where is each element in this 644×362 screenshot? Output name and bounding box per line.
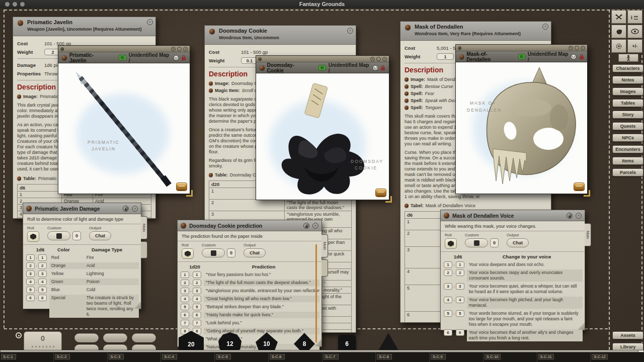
image-canvas[interactable]: Prismatic Javelin [58, 63, 190, 194]
chat-button[interactable]: Chat [507, 238, 529, 247]
hotbar-scroll-thumb[interactable] [638, 350, 644, 352]
table-row[interactable]: 5-5BlueCold [23, 286, 141, 294]
modifier-stone[interactable] [103, 333, 127, 342]
item-titlebar[interactable]: Doomsday Cookie Wondrous Item, Uncommon … [205, 26, 356, 45]
roll-die-button[interactable] [182, 248, 194, 259]
hotkey-slot[interactable]: S-C-12 [590, 352, 644, 362]
close-icon[interactable]: × [542, 24, 548, 30]
image-window-strip[interactable]: ✎ × [58, 46, 190, 52]
close-icon[interactable]: × [576, 213, 582, 219]
roll-die-button[interactable] [27, 231, 39, 242]
pencil-icon[interactable]: ✎ [569, 46, 573, 50]
id-badge[interactable]: ID [119, 55, 126, 60]
image-window-prismatic-javelin[interactable]: ✎ × Prismatic-Javelin ID Unidentified Ma… [58, 45, 190, 194]
hotkey-slot[interactable]: S-C-2 [53, 352, 107, 362]
face-icon[interactable] [571, 54, 576, 60]
custom-value-field[interactable]: 0 [227, 248, 235, 257]
sidebar-item-items[interactable]: Items [612, 157, 643, 165]
custom-value-field[interactable]: 0 [72, 231, 81, 240]
slider-knob[interactable] [474, 240, 479, 246]
table-row[interactable]: 3-3Your voice becomes quiet, almost a wh… [441, 282, 585, 296]
item-titlebar[interactable]: Mask of Dendallen Wondrous Item, Very Ra… [400, 22, 551, 41]
sidebar-item-images[interactable]: Images [612, 87, 643, 96]
face-icon[interactable] [372, 65, 378, 71]
id-badge[interactable]: ID [318, 65, 326, 70]
lock-icon[interactable] [567, 213, 573, 219]
record-orb-icon[interactable] [459, 54, 464, 59]
image-toolbar[interactable]: Mask-of-Dendallen ID Unidentified Map / [456, 51, 587, 62]
close-icon[interactable]: × [147, 19, 153, 25]
image-toolbar[interactable]: Doomsday-Cookie ID Unidentified Map / [256, 62, 389, 73]
hotkey-slot[interactable]: S-C-1 [0, 352, 53, 362]
hotkey-slot[interactable]: S-C-3 [107, 352, 161, 362]
hotkey-slot[interactable]: S-C-10 [483, 352, 537, 362]
sidebar-item-encounters[interactable]: Encounters [612, 145, 643, 153]
lock-icon[interactable] [579, 54, 584, 60]
tab-main[interactable]: Main [585, 223, 591, 246]
modifiers-icon[interactable]: +/- [627, 39, 642, 53]
record-orb-icon[interactable] [181, 223, 186, 228]
zoom-icon[interactable] [177, 47, 182, 51]
visibility-eye-icon[interactable] [627, 25, 642, 38]
table-titlebar[interactable]: Mask of Dendallen Voice × [441, 210, 585, 221]
table-row[interactable]: 5-5"Betrayal strikes deeper than any bla… [178, 303, 321, 311]
resize-corner[interactable] [584, 190, 590, 197]
id-badge[interactable]: ID [518, 54, 525, 59]
table-row[interactable]: 1-1RedFire [23, 253, 141, 261]
modifier-stone[interactable] [74, 333, 99, 342]
image-window-strip[interactable]: ✎ × [456, 45, 587, 51]
pencil-icon[interactable]: ✎ [171, 47, 176, 51]
hotkey-slot[interactable]: S-C-9 [429, 352, 483, 362]
close-icon[interactable]: × [347, 28, 353, 34]
lock-icon[interactable] [181, 55, 186, 61]
table-window-mask-voice[interactable]: Mask of Dendallen Voice × While wearing … [440, 210, 585, 330]
record-orb-icon[interactable] [18, 20, 23, 26]
table-row[interactable]: 5-5Your words become slurred, as if your… [441, 309, 585, 328]
layers-button[interactable] [574, 183, 585, 191]
character-stand-icon[interactable] [618, 54, 638, 62]
table-row[interactable]: 6-6"Hasty hands make for quick lives." [178, 311, 321, 319]
record-orb-icon[interactable] [26, 206, 32, 211]
sidebar-item-parcels[interactable]: Parcels [612, 168, 643, 176]
table-row[interactable]: 7-7"Look behind you." [178, 319, 321, 327]
hotkey-slot[interactable]: S-C-11 [537, 352, 591, 362]
pouch-icon[interactable] [611, 25, 626, 38]
table-row[interactable]: 4-4Your voice becomes high pitched, and … [441, 296, 585, 309]
table-row[interactable]: 6-6Your voice becomes that of another al… [441, 328, 585, 342]
close-icon[interactable]: × [581, 46, 585, 50]
chat-button[interactable]: Chat [244, 248, 266, 257]
record-orb-icon[interactable] [444, 213, 449, 218]
slider-knob[interactable] [211, 250, 216, 256]
lock-icon[interactable] [123, 206, 129, 212]
modifier-stone[interactable] [132, 333, 156, 342]
table-row[interactable]: 6-6SpecialThe creature is struck by two … [23, 294, 141, 318]
hotkey-slot[interactable]: S-C-7 [322, 352, 376, 362]
sidebar-item-assets[interactable]: Assets [612, 331, 643, 339]
table-row[interactable]: 4-4"Great heights bring all who reach th… [178, 295, 321, 303]
table-row[interactable]: 1-1Your voice deepens and does not echo. [441, 260, 585, 268]
table-row[interactable]: 2-2Your voice becomes raspy and overly e… [441, 268, 585, 282]
table-window-cookie-prediction[interactable]: Doomsday Cookie prediction × The predict… [177, 220, 322, 347]
image-window-doomsday-cookie[interactable]: ✎ × Doomsday-Cookie ID Unidentified Map … [256, 55, 389, 200]
table-row[interactable]: 2-2OrangeAcid [23, 261, 141, 269]
tab-main[interactable]: Main [141, 216, 147, 239]
table-titlebar[interactable]: Doomsday Cookie prediction × [178, 220, 321, 231]
custom-slider[interactable] [47, 231, 70, 240]
table-row[interactable]: 3-3YellowLightning [23, 269, 141, 278]
hotkey-slot[interactable]: S-C-4 [160, 352, 214, 362]
record-orb-icon[interactable] [62, 55, 67, 60]
roll-die-button[interactable] [445, 238, 457, 249]
table-row[interactable]: 2-2"The light of the full moon casts the… [178, 279, 321, 287]
slider-knob[interactable] [56, 233, 62, 239]
tools-icon[interactable] [611, 10, 626, 24]
settings-gear-icon[interactable] [611, 39, 626, 53]
custom-slider[interactable] [202, 248, 225, 257]
image-window-mask-of-dendallen[interactable]: ✎ × Mask-of-Dendallen ID Unidentified Ma… [455, 44, 588, 194]
weight-field[interactable]: 1 [437, 53, 454, 60]
hotkey-slot[interactable]: S-C-6 [268, 352, 322, 362]
record-orb-icon[interactable] [209, 29, 215, 34]
sidebar-item-characters[interactable]: Characters [612, 64, 643, 72]
pencil-icon[interactable]: ✎ [370, 57, 375, 61]
resize-corner[interactable] [186, 190, 193, 197]
radial-menu-button[interactable] [16, 332, 22, 338]
